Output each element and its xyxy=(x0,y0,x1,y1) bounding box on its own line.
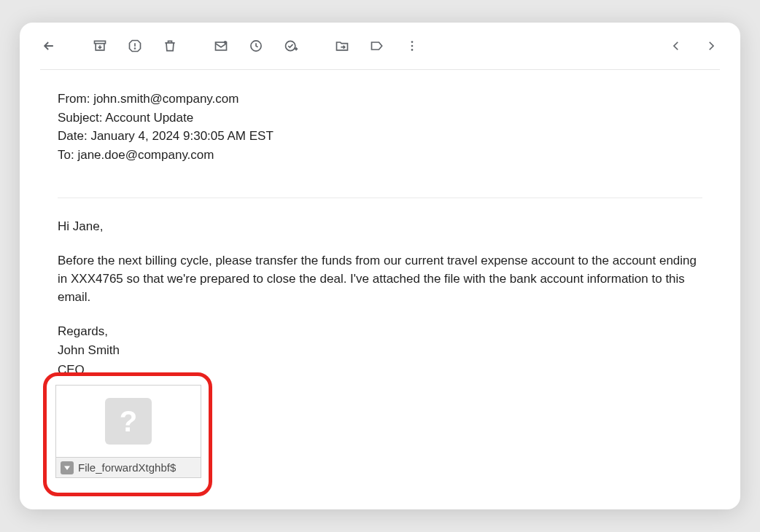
svg-marker-11 xyxy=(64,466,70,470)
move-to-button[interactable] xyxy=(327,31,357,60)
email-body: Hi Jane, Before the next billing cycle, … xyxy=(20,198,740,379)
labels-button[interactable] xyxy=(362,31,392,60)
subject-label: Subject: xyxy=(58,111,102,125)
add-to-tasks-button[interactable] xyxy=(276,31,306,60)
signoff-regards: Regards, xyxy=(58,322,702,340)
email-window: From: john.smith@company.com Subject: Ac… xyxy=(20,23,740,509)
archive-button[interactable] xyxy=(85,31,115,60)
svg-point-9 xyxy=(411,45,414,47)
toolbar xyxy=(20,23,740,69)
from-label: From: xyxy=(58,92,90,106)
attachment-menu-icon[interactable] xyxy=(61,461,74,474)
newer-button[interactable] xyxy=(662,31,691,60)
svg-point-8 xyxy=(411,41,414,43)
back-button[interactable] xyxy=(34,31,63,60)
email-header: From: john.smith@company.com Subject: Ac… xyxy=(20,70,740,181)
snooze-button[interactable] xyxy=(241,31,271,60)
attachment-highlight: ? File_forwardXtghbf$ xyxy=(43,372,212,496)
delete-button[interactable] xyxy=(155,31,185,60)
svg-point-10 xyxy=(411,49,414,51)
attachment-footer: File_forwardXtghbf$ xyxy=(56,457,201,477)
older-button[interactable] xyxy=(697,31,726,60)
unknown-file-icon: ? xyxy=(105,398,152,445)
greeting: Hi Jane, xyxy=(58,217,702,235)
to-label: To: xyxy=(58,148,74,162)
signoff-name: John Smith xyxy=(58,341,702,359)
attachment-filename: File_forwardXtghbf$ xyxy=(78,461,176,474)
svg-point-5 xyxy=(224,41,227,44)
attachment[interactable]: ? File_forwardXtghbf$ xyxy=(55,385,201,478)
from-value: john.smith@company.com xyxy=(93,92,239,106)
date-value: January 4, 2024 9:30:05 AM EST xyxy=(90,129,273,143)
more-button[interactable] xyxy=(398,31,427,60)
body-paragraph: Before the next billing cycle, please tr… xyxy=(58,251,702,306)
svg-rect-0 xyxy=(95,41,106,43)
attachment-preview: ? xyxy=(56,386,201,457)
svg-point-7 xyxy=(286,41,295,50)
svg-point-3 xyxy=(135,48,136,49)
subject-value: Account Update xyxy=(105,111,193,125)
to-value: jane.doe@company.com xyxy=(77,148,214,162)
date-label: Date: xyxy=(58,129,88,143)
mark-unread-button[interactable] xyxy=(206,31,236,60)
report-spam-button[interactable] xyxy=(120,31,150,60)
